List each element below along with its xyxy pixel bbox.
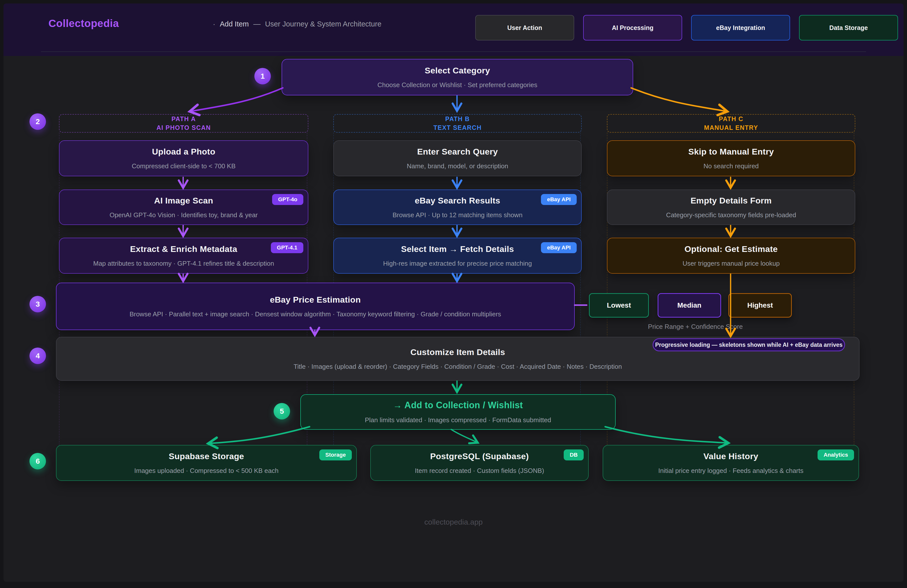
step-circle-6: 6 [29,453,46,470]
node-add-to-collection: → Add to Collection / Wishlist Plan limi… [300,394,616,430]
path-header-c: PATH C MANUAL ENTRY [607,114,855,133]
node-subtitle: Images uploaded · Compressed to < 500 KB… [134,467,278,474]
node-ai-image-scan: GPT-4o AI Image Scan OpenAI GPT-4o Visio… [59,190,308,225]
header-divider [41,51,866,52]
node-title: Select Category [425,66,490,75]
legend: User Action AI Processing eBay Integrati… [475,15,898,40]
node-subtitle: Browse API · Up to 12 matching items sho… [393,212,522,218]
path-header-a: PATH A AI PHOTO SCAN [59,114,308,133]
node-ebay-search-results: eBay API eBay Search Results Browse API … [333,190,582,225]
price-output-highest: Highest [728,293,792,318]
legend-label: AI Processing [612,24,654,32]
node-subtitle: Item record created · Custom fields (JSO… [415,467,544,474]
node-title: Skip to Manual Entry [688,147,774,156]
node-subtitle: Category-specific taxonomy fields pre-lo… [666,212,796,218]
node-title: Optional: Get Estimate [684,245,777,253]
price-output-label: Highest [747,301,773,309]
node-upload-photo: Upload a Photo Compressed client-side to… [59,140,308,176]
legend-chip-user-action: User Action [475,15,574,40]
model-badge: GPT-4o [272,194,303,205]
node-extract-enrich-metadata: GPT-4.1 Extract & Enrich Metadata Map at… [59,238,308,274]
breadcrumb-dash: — [253,20,261,28]
step-number: 3 [36,300,40,308]
node-title: eBay Price Estimation [270,296,361,304]
node-subtitle: Browse API · Parallel text + image searc… [130,311,501,317]
analytics-badge: Analytics [817,449,854,460]
node-subtitle: No search required [703,163,759,169]
price-output-lowest: Lowest [589,293,649,318]
node-enter-search-query: Enter Search Query Name, brand, model, o… [333,140,582,176]
db-badge: DB [564,449,584,460]
node-select-category: Select Category Choose Collection or Wis… [282,59,633,95]
node-empty-details-form: Empty Details Form Category-specific tax… [607,190,855,225]
node-subtitle: Initial price entry logged · Feeds analy… [659,467,804,474]
step-number: 4 [36,352,40,360]
node-optional-get-estimate: Optional: Get Estimate User triggers man… [607,238,855,274]
diagram-board: Collectopedia · Add Item — User Journey … [3,3,904,582]
breadcrumb-page: Add Item [220,20,249,28]
price-output-median: Median [658,293,721,318]
node-subtitle: High-res image extracted for precise pri… [383,260,532,267]
breadcrumb: · Add Item — User Journey & System Archi… [213,20,381,28]
api-badge: eBay API [541,194,577,205]
progressive-loading-badge: Progressive loading — skeletons shown wh… [653,338,845,351]
step-circle-5: 5 [274,403,290,419]
path-label: PATH B [445,115,470,123]
node-subtitle: Map attributes to taxonomy · GPT-4.1 ref… [93,260,274,267]
node-title: PostgreSQL (Supabase) [430,452,529,460]
legend-label: eBay Integration [716,24,765,32]
step-circle-2: 2 [29,113,46,130]
path-label: AI PHOTO SCAN [156,123,211,132]
step-circle-1: 1 [254,68,271,85]
node-skip-to-manual-entry: Skip to Manual Entry No search required [607,140,855,176]
breadcrumb-subtitle: User Journey & System Architecture [265,20,381,28]
path-label: MANUAL ENTRY [704,123,758,132]
step-circle-3: 3 [29,296,46,312]
node-title: AI Image Scan [154,196,213,205]
step-number: 6 [36,457,40,465]
node-title: Select Item → Fetch Details [401,245,514,253]
step-number: 2 [36,117,40,126]
node-title: → Add to Collection / Wishlist [393,401,523,410]
legend-label: User Action [507,24,542,32]
node-title: Enter Search Query [417,147,498,156]
node-title: Extract & Enrich Metadata [130,245,237,253]
legend-chip-ai-processing: AI Processing [583,15,682,40]
step-number: 5 [280,407,284,415]
node-subtitle: Compressed client-side to < 700 KB [132,163,236,169]
node-subtitle: User triggers manual price lookup [683,260,780,267]
node-title: Customize Item Details [410,348,505,356]
storage-badge: Storage [319,449,352,460]
node-subtitle: Title · Images (upload & reorder) · Cate… [293,363,622,370]
node-title: Value History [703,452,758,460]
node-title: Upload a Photo [152,147,215,156]
step-number: 1 [261,72,265,80]
model-badge: GPT-4.1 [271,242,303,253]
price-output-label: Median [677,301,701,309]
legend-label: Data Storage [829,24,868,32]
legend-chip-ebay-integration: eBay Integration [691,15,790,40]
node-ebay-price-estimation: eBay Price Estimation Browse API · Paral… [56,283,575,330]
node-subtitle: Name, brand, model, or description [407,163,508,169]
page: Collectopedia · Add Item — User Journey … [0,0,907,588]
path-header-b: PATH B TEXT SEARCH [333,114,582,133]
path-label: TEXT SEARCH [434,123,482,132]
node-subtitle: OpenAI GPT-4o Vision · Identifies toy, b… [109,212,258,218]
node-postgresql-supabase: DB PostgreSQL (Supabase) Item record cre… [370,445,589,481]
app-header: Collectopedia · Add Item — User Journey … [3,3,904,56]
price-range-note: Price Range + Confidence Score [633,323,758,331]
path-label: PATH A [171,115,196,123]
footer-domain: collectopedia.app [3,518,904,526]
brand-logo: Collectopedia [48,18,119,29]
node-subtitle: Plan limits validated · Images compresse… [365,417,551,423]
api-badge: eBay API [541,242,577,253]
breadcrumb-dot: · [213,20,215,28]
step-circle-4: 4 [29,348,46,364]
node-title: Supabase Storage [169,452,244,460]
node-supabase-storage: Storage Supabase Storage Images uploaded… [56,445,357,481]
node-select-item-fetch-details: eBay API Select Item → Fetch Details Hig… [333,238,582,274]
node-title: Empty Details Form [691,196,772,205]
path-label: PATH C [719,115,744,123]
price-output-label: Lowest [607,301,631,309]
legend-chip-data-storage: Data Storage [799,15,898,40]
